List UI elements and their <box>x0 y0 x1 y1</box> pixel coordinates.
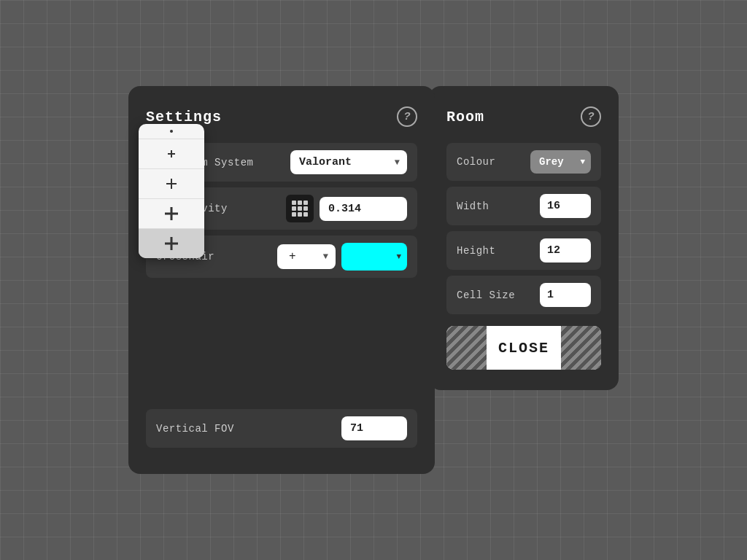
colour-dropdown-wrapper: Grey White Black Blue ▼ <box>530 150 591 174</box>
room-panel: Room ? Colour Grey White Black Blue ▼ Wi… <box>429 86 619 390</box>
height-row: Height <box>446 231 601 270</box>
crosshair-option-medium[interactable] <box>139 169 204 199</box>
width-input[interactable] <box>540 194 591 218</box>
colour-label: Colour <box>457 156 530 168</box>
crosshair-dropdown <box>139 124 204 258</box>
crosshair-option-selected[interactable] <box>139 229 204 258</box>
settings-title: Settings <box>146 109 222 125</box>
width-row: Width <box>446 187 601 225</box>
fov-row: Vertical FOV <box>146 409 417 448</box>
selected-crosshair-icon <box>163 235 180 252</box>
colour-select[interactable]: Grey White Black Blue <box>530 150 591 174</box>
fov-input[interactable] <box>341 416 407 440</box>
game-aim-dropdown-wrapper: Valorant CS:GO Apex Legends Overwatch ▼ <box>290 150 407 174</box>
close-button[interactable]: CLOSE <box>446 326 601 370</box>
svg-rect-1 <box>168 153 175 155</box>
crosshair-type-select[interactable]: + · <box>277 244 336 269</box>
small-crosshair-icon <box>163 145 180 163</box>
svg-rect-5 <box>165 213 178 215</box>
settings-panel: Settings ? Game Aim System Valorant CS:G… <box>128 86 435 474</box>
crosshair-color-chevron-icon: ▼ <box>396 252 401 261</box>
svg-rect-7 <box>165 243 178 245</box>
sensitivity-input[interactable] <box>320 197 407 221</box>
medium-crosshair-icon <box>163 175 180 192</box>
colour-row: Colour Grey White Black Blue ▼ <box>446 143 601 181</box>
crosshair-option-dot[interactable] <box>139 124 204 139</box>
room-header: Room ? <box>446 106 601 127</box>
crosshair-option-large[interactable] <box>139 199 204 229</box>
height-label: Height <box>457 245 540 257</box>
crosshair-type-wrapper: + · ▼ <box>277 244 336 269</box>
large-crosshair-icon <box>163 205 180 222</box>
cell-size-label: Cell Size <box>457 289 540 301</box>
panels-container: Settings ? Game Aim System Valorant CS:G… <box>128 86 619 474</box>
width-label: Width <box>457 201 540 212</box>
settings-help-icon[interactable]: ? <box>397 106 417 127</box>
height-input[interactable] <box>540 238 591 262</box>
room-help-icon[interactable]: ? <box>581 106 601 127</box>
fov-label: Vertical FOV <box>156 423 341 435</box>
cell-size-row: Cell Size <box>446 276 601 314</box>
room-title: Room <box>446 109 484 125</box>
dot-icon <box>170 130 173 133</box>
game-aim-select[interactable]: Valorant CS:GO Apex Legends Overwatch <box>290 150 407 174</box>
cell-size-input[interactable] <box>540 283 591 307</box>
crosshair-option-small[interactable] <box>139 139 204 169</box>
calculator-icon[interactable] <box>286 195 314 222</box>
svg-rect-3 <box>166 183 177 184</box>
close-button-label: CLOSE <box>498 340 549 357</box>
crosshair-color-button[interactable]: ▼ <box>341 243 407 271</box>
